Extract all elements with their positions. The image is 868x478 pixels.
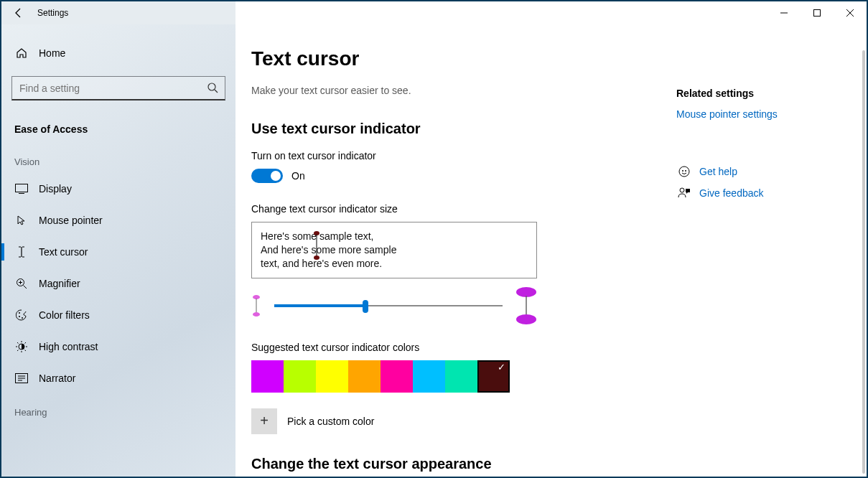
- toggle-label: Turn on text cursor indicator: [251, 150, 655, 161]
- category-label: Ease of Access: [1, 115, 235, 144]
- preview-line: And here's some more sample: [261, 243, 528, 257]
- help-icon: [676, 165, 692, 178]
- pointer-icon: [14, 215, 29, 226]
- related-heading: Related settings: [676, 88, 852, 99]
- sidebar-item-label: Mouse pointer: [39, 215, 103, 226]
- window-title: Settings: [37, 8, 68, 18]
- search-input[interactable]: [11, 76, 225, 100]
- display-icon: [14, 184, 29, 194]
- section-appearance-heading: Change the text cursor appearance: [251, 456, 655, 472]
- close-button[interactable]: [834, 1, 867, 24]
- magnifier-icon: [14, 278, 29, 289]
- indicator-toggle[interactable]: [251, 169, 283, 183]
- back-button[interactable]: [9, 3, 29, 23]
- svg-point-32: [516, 287, 536, 297]
- color-swatches: [251, 360, 655, 393]
- group-vision: Vision: [1, 144, 235, 173]
- home-label: Home: [39, 47, 65, 59]
- svg-point-38: [680, 188, 684, 192]
- colors-label: Suggested text cursor indicator colors: [251, 342, 655, 353]
- cursor-indicator-preview: [313, 231, 320, 263]
- size-label: Change text cursor indicator size: [251, 203, 655, 215]
- size-slider[interactable]: [274, 299, 503, 313]
- feedback-icon: [676, 187, 692, 200]
- search-icon: [207, 82, 218, 96]
- preview-box: Here's some sample text, And here's some…: [251, 222, 537, 278]
- contrast-icon: [14, 341, 29, 352]
- size-slider-row: [251, 287, 537, 324]
- svg-point-10: [19, 312, 20, 314]
- related-link-mouse-pointer[interactable]: Mouse pointer settings: [676, 108, 778, 120]
- sidebar-item-label: Display: [39, 183, 72, 195]
- give-feedback-link[interactable]: Give feedback: [699, 187, 764, 199]
- color-swatch[interactable]: [251, 360, 284, 393]
- color-swatch[interactable]: [477, 360, 510, 393]
- narrator-icon: [14, 373, 29, 383]
- color-swatch[interactable]: [413, 360, 445, 393]
- section-indicator-heading: Use text cursor indicator: [251, 121, 655, 137]
- search-box[interactable]: [11, 76, 225, 100]
- svg-line-18: [17, 342, 19, 344]
- sidebar-item-mouse-pointer[interactable]: Mouse pointer: [1, 205, 235, 236]
- sidebar-item-label: Text cursor: [39, 246, 88, 258]
- svg-point-31: [253, 312, 260, 317]
- svg-point-28: [314, 256, 319, 260]
- palette-icon: [14, 309, 29, 321]
- title-bar: Settings: [1, 1, 867, 24]
- page-title: Text cursor: [251, 47, 655, 70]
- sidebar: Home Ease of Access Vision Display Mouse…: [1, 24, 235, 477]
- preview-line: text, and here's even more.: [261, 257, 528, 271]
- svg-rect-1: [814, 10, 821, 17]
- sidebar-item-high-contrast[interactable]: High contrast: [1, 331, 235, 362]
- svg-point-11: [19, 316, 20, 317]
- sidebar-item-color-filters[interactable]: Color filters: [1, 299, 235, 331]
- toggle-state-text: On: [291, 170, 305, 182]
- color-swatch[interactable]: [284, 360, 316, 393]
- custom-color-button[interactable]: +: [251, 408, 277, 434]
- group-hearing: Hearing: [1, 394, 235, 423]
- text-cursor-icon: [14, 246, 29, 258]
- svg-point-36: [682, 170, 683, 172]
- indicator-small-icon: [251, 295, 261, 317]
- color-swatch[interactable]: [348, 360, 381, 393]
- sidebar-item-display[interactable]: Display: [1, 173, 235, 205]
- sidebar-item-label: Magnifier: [39, 278, 80, 289]
- home-icon: [14, 47, 29, 59]
- svg-point-12: [22, 317, 23, 319]
- svg-point-34: [516, 314, 536, 324]
- sidebar-item-text-cursor[interactable]: Text cursor: [1, 236, 235, 268]
- plus-icon: +: [260, 413, 269, 429]
- related-panel: Related settings Mouse pointer settings …: [676, 24, 867, 477]
- color-swatch[interactable]: [445, 360, 477, 393]
- svg-point-37: [685, 170, 686, 172]
- color-swatch[interactable]: [381, 360, 413, 393]
- sidebar-item-label: Color filters: [39, 309, 90, 321]
- content-scrollbar[interactable]: [862, 50, 865, 474]
- sidebar-item-narrator[interactable]: Narrator: [1, 362, 235, 394]
- svg-line-19: [25, 350, 27, 352]
- svg-point-35: [679, 167, 689, 177]
- custom-color-label: Pick a custom color: [287, 416, 374, 427]
- get-help-link[interactable]: Get help: [699, 166, 737, 177]
- svg-point-2: [208, 83, 215, 90]
- svg-rect-4: [16, 184, 28, 192]
- home-nav[interactable]: Home: [1, 39, 235, 67]
- svg-line-21: [25, 342, 27, 344]
- indicator-large-icon: [515, 287, 537, 324]
- sidebar-item-label: Narrator: [39, 372, 75, 384]
- preview-line: Here's some sample text,: [261, 230, 528, 243]
- main-content: Text cursor Make your text cursor easier…: [235, 24, 867, 477]
- color-swatch[interactable]: [316, 360, 348, 393]
- svg-line-20: [17, 350, 19, 352]
- page-subtitle: Make your text cursor easier to see.: [251, 85, 655, 96]
- svg-line-3: [215, 90, 218, 93]
- minimize-button[interactable]: [767, 1, 801, 24]
- window-controls: [767, 1, 867, 24]
- maximize-button[interactable]: [801, 1, 834, 24]
- svg-line-7: [24, 286, 27, 289]
- sidebar-item-label: High contrast: [39, 341, 98, 352]
- sidebar-item-magnifier[interactable]: Magnifier: [1, 268, 235, 299]
